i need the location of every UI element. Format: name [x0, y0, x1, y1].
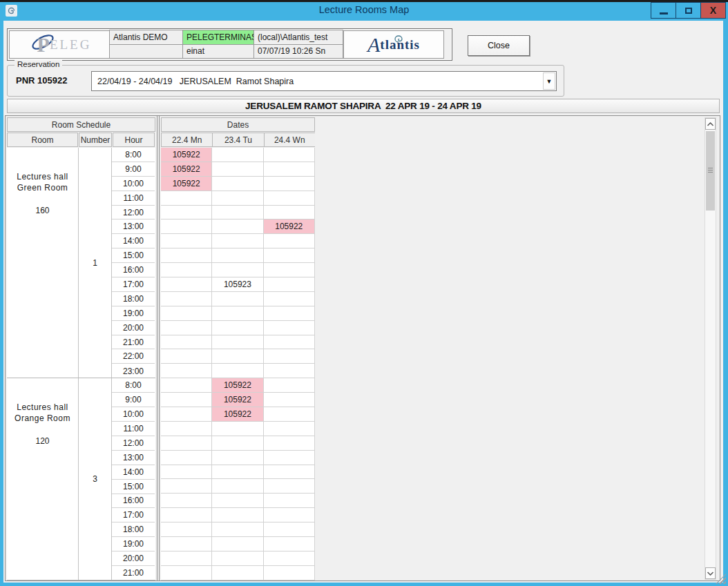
schedule-cell[interactable] [264, 206, 315, 220]
schedule-cell[interactable] [264, 551, 315, 566]
schedule-cell[interactable] [212, 451, 263, 465]
schedule-cell[interactable] [264, 566, 315, 580]
schedule-cell[interactable] [161, 537, 212, 551]
maximize-button[interactable] [676, 2, 701, 19]
schedule-cell[interactable] [212, 522, 263, 537]
schedule-cell[interactable] [161, 364, 212, 378]
schedule-cell[interactable] [161, 277, 212, 292]
schedule-cell[interactable] [264, 234, 315, 248]
schedule-cell[interactable] [212, 248, 263, 263]
schedule-cell[interactable] [212, 436, 263, 451]
schedule-cell[interactable] [264, 422, 315, 436]
schedule-cell[interactable] [161, 393, 212, 407]
schedule-cell[interactable] [264, 522, 315, 537]
scroll-up-button[interactable] [705, 118, 716, 130]
schedule-cell[interactable]: 105922 [264, 219, 315, 234]
schedule-cell[interactable] [161, 321, 212, 335]
schedule-cell[interactable] [212, 479, 263, 494]
schedule-cell[interactable] [212, 177, 263, 191]
schedule-cell[interactable] [161, 436, 212, 451]
schedule-cell[interactable] [264, 177, 315, 191]
schedule-cell[interactable] [264, 465, 315, 480]
schedule-cell[interactable] [264, 321, 315, 335]
schedule-cell[interactable] [161, 479, 212, 494]
schedule-cell[interactable] [161, 566, 212, 580]
schedule-cell[interactable] [264, 191, 315, 206]
schedule-cell[interactable] [161, 219, 212, 234]
schedule-cell[interactable] [264, 277, 315, 292]
combobox-dropdown-button[interactable]: ▼ [543, 72, 555, 90]
schedule-cell[interactable] [212, 465, 263, 480]
schedule-cell[interactable] [212, 162, 263, 177]
schedule-cell[interactable] [161, 551, 212, 566]
schedule-cell[interactable] [212, 306, 263, 321]
schedule-cell[interactable] [212, 219, 263, 234]
schedule-cell[interactable] [161, 306, 212, 321]
schedule-cell[interactable] [264, 335, 315, 350]
reservation-combobox[interactable]: 22/04/19 - 24/04/19 JERUSALEM Ramot Shap… [91, 71, 557, 91]
schedule-cell[interactable]: 105922 [212, 393, 263, 407]
schedule-cell[interactable] [264, 479, 315, 494]
schedule-cell[interactable] [161, 451, 212, 465]
schedule-cell[interactable] [161, 494, 212, 508]
schedule-cell[interactable] [264, 407, 315, 422]
schedule-cell[interactable] [212, 206, 263, 220]
schedule-cell[interactable] [161, 292, 212, 306]
schedule-cell[interactable] [161, 191, 212, 206]
scroll-down-button[interactable] [705, 567, 716, 579]
schedule-cell[interactable] [161, 508, 212, 522]
schedule-cell[interactable]: 105922 [161, 162, 212, 177]
schedule-cell[interactable] [212, 321, 263, 335]
schedule-cell[interactable] [212, 292, 263, 306]
schedule-cell[interactable] [264, 263, 315, 277]
schedule-cell[interactable]: 105922 [161, 177, 212, 191]
schedule-cell[interactable]: 105922 [212, 378, 263, 393]
schedule-cell[interactable] [264, 148, 315, 162]
schedule-cell[interactable] [264, 248, 315, 263]
schedule-cell[interactable] [264, 494, 315, 508]
schedule-cell[interactable]: 105923 [212, 277, 263, 292]
schedule-cell[interactable] [264, 292, 315, 306]
schedule-cell[interactable]: 105922 [212, 407, 263, 422]
schedule-cell[interactable] [161, 522, 212, 537]
schedule-cell[interactable] [161, 248, 212, 263]
schedule-cell[interactable] [161, 422, 212, 436]
schedule-cell[interactable] [161, 378, 212, 393]
schedule-cell[interactable] [161, 206, 212, 220]
schedule-cell[interactable] [212, 537, 263, 551]
schedule-cell[interactable] [264, 162, 315, 177]
schedule-cell[interactable] [161, 465, 212, 480]
schedule-cell[interactable] [264, 364, 315, 378]
schedule-cell[interactable] [264, 508, 315, 522]
schedule-cell[interactable] [212, 191, 263, 206]
scrollbar-thumb[interactable] [706, 131, 715, 211]
schedule-cell[interactable] [161, 263, 212, 277]
schedule-cell[interactable] [264, 436, 315, 451]
schedule-cell[interactable] [212, 422, 263, 436]
schedule-cell[interactable] [212, 566, 263, 580]
schedule-cell[interactable] [264, 537, 315, 551]
schedule-cell[interactable] [212, 234, 263, 248]
schedule-cell[interactable] [264, 306, 315, 321]
close-window-button[interactable]: X [700, 2, 726, 19]
schedule-cell[interactable] [161, 234, 212, 248]
schedule-cell[interactable] [161, 349, 212, 364]
schedule-cell[interactable] [212, 508, 263, 522]
schedule-cell[interactable] [161, 407, 212, 422]
vertical-scrollbar[interactable] [705, 117, 716, 580]
schedule-cell[interactable] [212, 349, 263, 364]
schedule-cell[interactable] [264, 378, 315, 393]
schedule-cell[interactable] [212, 551, 263, 566]
schedule-cell[interactable] [212, 364, 263, 378]
schedule-cell[interactable] [264, 451, 315, 465]
schedule-cell[interactable] [161, 335, 212, 350]
minimize-button[interactable] [651, 2, 676, 19]
schedule-cell[interactable] [212, 263, 263, 277]
schedule-cell[interactable] [264, 393, 315, 407]
schedule-cell[interactable] [212, 494, 263, 508]
close-button[interactable]: Close [468, 35, 530, 56]
schedule-cell[interactable] [212, 335, 263, 350]
schedule-cell[interactable] [212, 148, 263, 162]
schedule-cell[interactable] [264, 349, 315, 364]
schedule-cell[interactable]: 105922 [161, 148, 212, 162]
